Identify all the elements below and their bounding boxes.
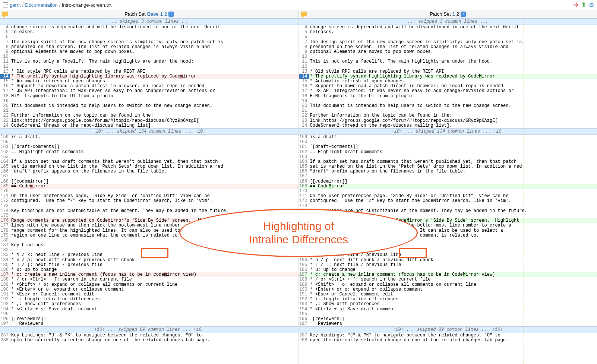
code-line[interactable]: 173 bbox=[0, 204, 298, 209]
code-line[interactable]: 8presented on the screen. The list of re… bbox=[299, 45, 597, 50]
code-line[interactable]: 183* j / k: next line / previous line bbox=[0, 253, 298, 257]
line-number[interactable]: 24 bbox=[0, 123, 10, 128]
code-line[interactable]: 188* / or <Ctrl> + f: search in the curr… bbox=[299, 277, 597, 282]
line-number[interactable]: 4 bbox=[0, 25, 10, 30]
code-line[interactable]: 10 bbox=[0, 54, 298, 59]
code-line[interactable]: 164If a patch set has draft comments tha… bbox=[299, 159, 597, 164]
line-number[interactable]: 4 bbox=[299, 25, 309, 30]
code-line[interactable]: 20This document is intended to help user… bbox=[0, 104, 298, 108]
code-line[interactable]: 169== Codemirror bbox=[0, 184, 298, 189]
code-line[interactable]: 19 bbox=[299, 99, 597, 104]
line-number[interactable]: 197 bbox=[0, 322, 10, 326]
code-line[interactable]: 11This is not only a facelift. The main … bbox=[0, 59, 298, 64]
code-line[interactable]: 189* <Shift> + o: expand or collapse all… bbox=[0, 282, 298, 287]
line-number[interactable]: 189 bbox=[0, 282, 10, 287]
line-number[interactable]: 190 bbox=[0, 287, 10, 292]
code-line[interactable]: 15* Automatic refresh of open changes bbox=[299, 79, 597, 84]
line-number[interactable]: 7 bbox=[0, 40, 10, 45]
line-number[interactable]: 18 bbox=[0, 94, 10, 99]
code-line[interactable]: 181Key bindings: bbox=[299, 243, 597, 248]
code-line[interactable]: 174Key bindings are not customizable at … bbox=[0, 209, 298, 213]
breadcrumb-folder[interactable]: Documentation bbox=[25, 2, 57, 8]
line-number[interactable]: 161 bbox=[0, 145, 10, 149]
code-line[interactable]: 19 bbox=[0, 99, 298, 104]
code-line[interactable]: 175 bbox=[299, 213, 597, 218]
code-line[interactable]: 22Further information on the topic can b… bbox=[299, 113, 597, 118]
code-line[interactable]: 196[[reviewers]] bbox=[299, 317, 597, 322]
code-line[interactable]: 7The design spirit of the new change scr… bbox=[299, 40, 597, 45]
code-line[interactable]: 191* <Esc> or Cancel: comment edit bbox=[0, 292, 298, 297]
line-number[interactable]: 197 bbox=[299, 322, 309, 326]
code-line[interactable]: 13* Old style RPC calls are replaced by … bbox=[299, 69, 597, 74]
code-line[interactable]: 9optional elements are moved to pop down… bbox=[299, 50, 597, 54]
code-line[interactable]: 169== CodeMirror bbox=[299, 184, 597, 189]
code-line[interactable]: 167 bbox=[0, 174, 298, 179]
code-line[interactable]: 160 bbox=[0, 140, 298, 145]
code-line[interactable]: 162== Highlight draft comments bbox=[299, 150, 597, 155]
line-number[interactable]: 6 bbox=[0, 35, 10, 39]
code-line[interactable]: 6 bbox=[0, 35, 298, 39]
code-line[interactable]: 16* Support to download a patch direct i… bbox=[0, 84, 298, 89]
line-number[interactable]: 162 bbox=[299, 150, 309, 155]
patchset-1[interactable]: 1 bbox=[452, 11, 455, 17]
line-number[interactable]: 17 bbox=[0, 89, 10, 94]
code-line[interactable]: 21 bbox=[0, 108, 298, 113]
line-number[interactable]: 190 bbox=[299, 287, 309, 292]
skip-line[interactable]: +10↑ ... skipped 89 common lines ... +10… bbox=[299, 326, 597, 333]
line-number[interactable]: 7 bbox=[299, 40, 309, 45]
line-number[interactable]: 178 bbox=[299, 228, 309, 233]
code-line[interactable]: 176Range comments are supported on CodeM… bbox=[299, 218, 597, 223]
code-line[interactable]: 6 bbox=[299, 35, 597, 39]
code-line[interactable]: 7The design spirit of the new change scr… bbox=[0, 40, 298, 45]
up-icon[interactable]: ⬆ bbox=[581, 1, 587, 9]
line-number[interactable]: 162 bbox=[0, 150, 10, 155]
line-number[interactable]: 174 bbox=[299, 209, 309, 213]
next-file-icon[interactable]: ➔ bbox=[573, 1, 579, 9]
code-line[interactable]: 187* c: create a new inline comment (foc… bbox=[299, 272, 597, 277]
line-number[interactable]: 184 bbox=[299, 258, 309, 263]
code-line[interactable]: 8presented on the screen. The list of re… bbox=[0, 45, 298, 50]
code-line[interactable]: 187* c: create a new inline comment (foc… bbox=[0, 272, 298, 277]
code-line[interactable]: 17* JS API integration: it was never so … bbox=[299, 89, 597, 94]
patchset-2[interactable]: 2 bbox=[164, 11, 167, 17]
code-line[interactable]: 163 bbox=[0, 155, 298, 159]
line-number[interactable]: 195 bbox=[299, 312, 309, 317]
code-line[interactable]: 178range comment for the highlighted lin… bbox=[0, 228, 298, 233]
code-line[interactable]: 18HTML fragments to the UI from a plugin bbox=[299, 94, 597, 99]
code-line[interactable]: 192* i: toggle intraline differences bbox=[0, 297, 298, 302]
line-number[interactable]: 188 bbox=[0, 277, 10, 282]
code-line[interactable]: 9optional elements are moved to pop down… bbox=[0, 50, 298, 54]
skip-line[interactable]: ... skipped 3 common lines ... bbox=[299, 18, 597, 25]
code-line[interactable]: 162== Highlight draft comments bbox=[0, 150, 298, 155]
line-number[interactable]: 194 bbox=[0, 307, 10, 312]
line-number[interactable]: 13 bbox=[299, 69, 309, 74]
code-line[interactable]: 180 bbox=[0, 238, 298, 243]
code-line[interactable]: 14* The prettify syntax highlighting lib… bbox=[0, 74, 298, 79]
line-number[interactable]: 161 bbox=[299, 145, 309, 149]
line-number[interactable]: 177 bbox=[0, 223, 10, 228]
code-line[interactable]: 182 bbox=[299, 248, 597, 253]
line-number[interactable]: 193 bbox=[299, 302, 309, 307]
line-number[interactable]: 179 bbox=[0, 233, 10, 238]
code-line[interactable]: 194* <Ctrl> + s: Save draft comment bbox=[299, 307, 597, 312]
code-line[interactable]: 188* / or <Ctrl> + f: search in the curr… bbox=[0, 277, 298, 282]
code-line[interactable]: 166"draft" prefix appears on the filenam… bbox=[299, 169, 597, 174]
code-line[interactable]: 24CodeScreen2 thread on the repo-discuss… bbox=[299, 123, 597, 128]
code-line[interactable]: 18HTML fragments to the UI from a plugin bbox=[0, 94, 298, 99]
comment-icon[interactable] bbox=[2, 12, 8, 16]
code-line[interactable]: 167 bbox=[299, 174, 597, 179]
skip-line[interactable]: +10↑ ... skipped 89 common lines ... +10… bbox=[0, 326, 298, 333]
code-line[interactable]: 184* n / p: next diff chunk / previous d… bbox=[299, 258, 597, 263]
gear-icon[interactable]: ⚙ bbox=[589, 1, 594, 9]
line-number[interactable]: 5 bbox=[299, 30, 309, 35]
line-number[interactable]: 288 bbox=[0, 338, 10, 343]
comment-icon[interactable] bbox=[301, 12, 307, 16]
code-line[interactable]: 171On the user preferences page, 'Side B… bbox=[0, 194, 298, 199]
line-number[interactable]: 173 bbox=[299, 204, 309, 209]
line-number[interactable]: 163 bbox=[0, 155, 10, 159]
line-number[interactable]: 172 bbox=[299, 199, 309, 203]
line-number[interactable]: 189 bbox=[299, 282, 309, 287]
line-number[interactable]: 167 bbox=[0, 174, 10, 179]
code-line[interactable]: 186* u: up to change bbox=[0, 268, 298, 272]
code-line[interactable]: 193* ,: Show diff preferences bbox=[0, 302, 298, 307]
